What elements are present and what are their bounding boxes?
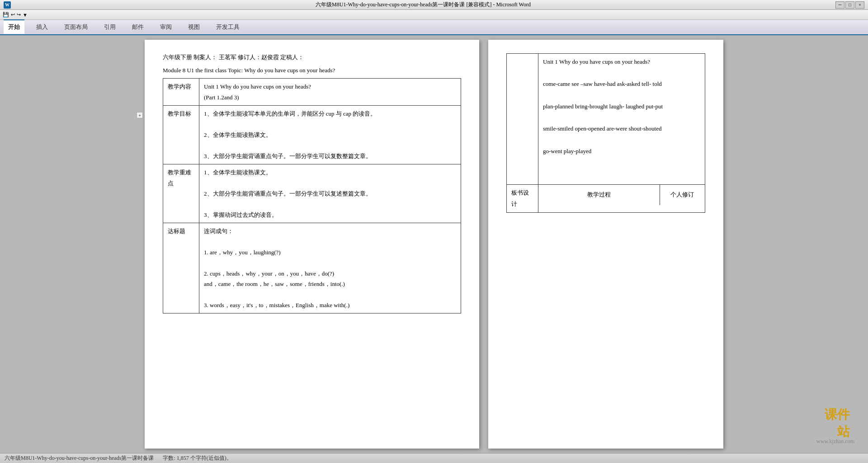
process-revision-table: 教学过程 个人修订	[538, 185, 705, 205]
board-spacer	[543, 168, 700, 182]
vocab-row-3: smile-smiled open-opened are-were shout-…	[543, 123, 700, 135]
right-page: Unit 1 Why do you have cups on your head…	[488, 40, 723, 449]
status-bar: 六年级M8U1-Why-do-you-have-cups-on-your-hea…	[0, 453, 868, 463]
table-row: 教学内容 Unit 1 Why do you have cups on your…	[163, 79, 461, 106]
window-controls[interactable]: ─ □ ×	[835, 1, 864, 9]
window-title: 六年级M8U1-Why-do-you-have-cups-on-your-hea…	[11, 1, 835, 9]
diff-2: 2、大部分学生能背诵重点句子。一部分学生可以复述整篇文章。	[204, 188, 456, 199]
ribbon: 开始 插入 页面布局 引用 邮件 审阅 视图 开发工具	[0, 20, 868, 35]
maximize-button[interactable]: □	[845, 1, 854, 9]
table-handle[interactable]: +	[137, 112, 143, 118]
revision-cell: 个人修订	[660, 185, 705, 205]
label-difficulty: 教学重难点	[163, 164, 199, 223]
revision-label: 个人修订	[670, 191, 694, 198]
pr-row: 教学过程 个人修订	[538, 185, 705, 205]
doc-header: 六年级下册 制案人： 王茗军 修订人：赵俊霞 定稿人：	[163, 53, 461, 61]
ex-intro: 连词成句：	[204, 226, 456, 236]
ex-3: 3. words，easy，it's，to，mistakes，English，m…	[204, 300, 456, 310]
document-area: + 六年级下册 制案人： 王茗军 修订人：赵俊霞 定稿人： Module 8 U…	[0, 35, 868, 453]
vocab-row-2: plan-planned bring-brought laugh- laughe…	[543, 101, 700, 112]
diff-3: 3、掌握动词过去式的读音。	[204, 210, 456, 220]
table-row: 教学重难点 1、全体学生能读熟课文。 2、大部分学生能背诵重点句子。一部分学生可…	[163, 164, 461, 223]
word-icon: W	[4, 1, 11, 9]
right-bottom-content: 教学过程 个人修订	[538, 184, 705, 212]
customize-button[interactable]: ▼	[23, 12, 28, 18]
close-button[interactable]: ×	[855, 1, 864, 9]
right-title-content: Unit 1 Why do you have cups on your head…	[538, 54, 705, 185]
right-table-title-row: Unit 1 Why do you have cups on your head…	[507, 54, 705, 185]
right-bottom-row: 板书设计 教学过程 个人修订	[507, 184, 705, 212]
content-objectives: 1、全体学生能读写本单元的生单词，并能区分 cup 与 cap 的读音。 2、全…	[199, 106, 461, 164]
tab-page-layout[interactable]: 页面布局	[60, 20, 92, 34]
content-line-1: Unit 1 Why do you have cups on your head…	[204, 81, 456, 92]
tab-developer[interactable]: 开发工具	[212, 20, 244, 34]
module-title-text: Module 8 U1 the first class Topic: Why d…	[163, 67, 335, 74]
process-label: 教学过程	[587, 191, 611, 198]
main-area: + 六年级下册 制案人： 王茗军 修订人：赵俊霞 定稿人： Module 8 U…	[0, 35, 868, 453]
obj-1: 1、全体学生能读写本单元的生单词，并能区分 cup 与 cap 的读音。	[204, 108, 456, 119]
label-objectives: 教学目标	[163, 106, 199, 164]
app-logo: W	[4, 1, 11, 9]
minimize-button[interactable]: ─	[835, 1, 844, 9]
redo-button[interactable]: ↪	[17, 12, 21, 18]
table-row: 达标题 连词成句： 1. are，why，you，laughing(?) 2. …	[163, 223, 461, 313]
tab-view[interactable]: 视图	[184, 20, 204, 34]
watermark-container: 课件站 www.kjzhan.com	[816, 438, 854, 445]
ex-1: 1. are，why，you，laughing(?)	[204, 247, 456, 257]
board-label-cell: 板书设计	[507, 184, 538, 212]
tab-insert[interactable]: 插入	[32, 20, 52, 34]
tab-mail[interactable]: 邮件	[127, 20, 148, 34]
vocab-row-1: come-came see –saw have-had ask-asked te…	[543, 79, 700, 90]
save-button[interactable]: 💾	[3, 12, 9, 18]
left-page: + 六年级下册 制案人： 王茗军 修订人：赵俊霞 定稿人： Module 8 U…	[145, 40, 479, 449]
content-line-2: (Part 1.2and 3)	[204, 92, 456, 103]
undo-button[interactable]: ↩	[11, 12, 15, 18]
label-content: 教学内容	[163, 79, 199, 106]
status-filename: 六年级M8U1-Why-do-you-have-cups-on-your-hea…	[5, 454, 154, 462]
title-bar: W 六年级M8U1-Why-do-you-have-cups-on-your-h…	[0, 0, 868, 10]
diff-1: 1、全体学生能读熟课文。	[204, 167, 456, 178]
board-design-label	[507, 54, 538, 185]
right-unit-title: Unit 1 Why do you have cups on your head…	[543, 56, 700, 68]
tab-reference[interactable]: 引用	[99, 20, 120, 34]
vocab-row-4: go-went play-played	[543, 146, 700, 157]
tab-review[interactable]: 审阅	[156, 20, 176, 34]
content-teaching: Unit 1 Why do you have cups on your head…	[199, 79, 461, 106]
word-count: 字数: 1,857 个字符(近似值)。	[163, 454, 231, 462]
tab-start[interactable]: 开始	[4, 19, 24, 34]
process-cell: 教学过程	[538, 185, 660, 205]
obj-2: 2、全体学生能读熟课文。	[204, 130, 456, 140]
content-exercise: 连词成句： 1. are，why，you，laughing(?) 2. cups…	[199, 223, 461, 313]
watermark-main: 课件站	[816, 406, 850, 440]
ex-2: 2. cups，heads，why，your，on，you，have，do(?)	[204, 268, 456, 279]
obj-3: 3、大部分学生能背诵重点句子。一部分学生可以复数整篇文章。	[204, 151, 456, 161]
quick-toolbar: 💾 ↩ ↪ ▼	[0, 10, 868, 20]
label-exercise: 达标题	[163, 223, 199, 313]
content-difficulty: 1、全体学生能读熟课文。 2、大部分学生能背诵重点句子。一部分学生可以复述整篇文…	[199, 164, 461, 223]
module-title: Module 8 U1 the first class Topic: Why d…	[163, 65, 461, 75]
right-table: Unit 1 Why do you have cups on your head…	[506, 53, 705, 213]
ex-2b: and，came，the room，he，saw，some，friends，in…	[204, 279, 456, 289]
lesson-table: 教学内容 Unit 1 Why do you have cups on your…	[163, 78, 461, 313]
table-row: 教学目标 1、全体学生能读写本单元的生单词，并能区分 cup 与 cap 的读音…	[163, 106, 461, 164]
header-text: 六年级下册 制案人： 王茗军 修订人：赵俊霞 定稿人：	[163, 53, 304, 61]
